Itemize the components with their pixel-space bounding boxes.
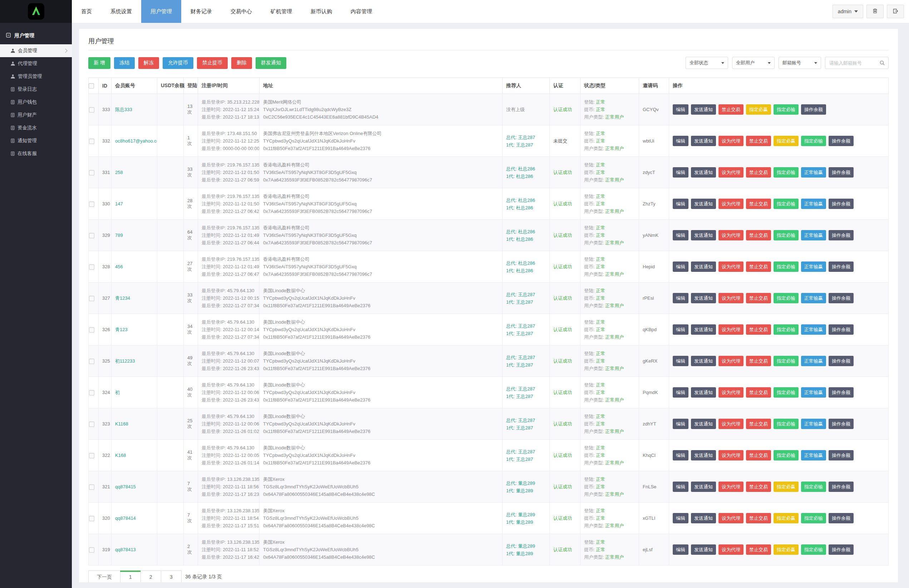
account-link[interactable]: 789 [115,233,123,238]
row-checkbox[interactable] [89,202,94,207]
edit-button[interactable]: 编辑 [673,481,689,492]
tab-new-coin-subscription[interactable]: 新币认购 [301,0,341,23]
normal-button[interactable]: 正常输赢 [801,356,826,366]
must-lose-button[interactable]: 指定必输 [773,104,799,115]
ban-trade-button[interactable]: 禁止交易 [746,136,771,146]
ban-trade-button[interactable]: 禁止交易 [746,419,771,429]
notify-button[interactable]: 发送通知 [691,104,716,115]
page-1-button[interactable]: 1 [120,570,141,582]
set-agent-button[interactable]: 设为代理 [718,450,744,460]
sidebar-item-login-logs[interactable]: 登录日志 [0,83,72,96]
account-link[interactable]: qq878414 [115,515,136,521]
row-checkbox[interactable] [89,107,94,113]
ban-trade-button[interactable]: 禁止交易 [746,513,771,523]
delete-button[interactable]: 删除 [231,57,252,69]
account-link[interactable]: qq878413 [115,547,136,552]
must-lose-button[interactable]: 指定必输 [801,513,826,523]
must-lose-button[interactable]: 指定必输 [773,262,799,272]
sidebar-section-header[interactable]: 用户管理 [0,23,72,44]
notify-button[interactable]: 发送通知 [691,262,716,272]
must-lose-button[interactable]: 指定必输 [773,325,799,335]
account-link[interactable]: oc8ho617@yahoo.com [115,138,157,144]
balance-button[interactable]: 操作余额 [828,262,854,272]
normal-button[interactable]: 正常输赢 [801,419,826,429]
balance-button[interactable]: 操作余额 [828,513,854,523]
normal-button[interactable]: 正常输赢 [801,167,826,178]
search-icon[interactable] [879,60,885,66]
must-lose-button[interactable]: 指定必输 [773,293,799,303]
account-link[interactable]: 456 [115,264,123,269]
normal-button[interactable]: 正常输赢 [801,293,826,303]
must-win-button[interactable]: 指定必赢 [773,136,799,146]
row-checkbox[interactable] [89,170,94,175]
select-all-checkbox[interactable] [89,83,94,89]
tab-miner-management[interactable]: 矿机管理 [261,0,301,23]
account-link[interactable]: 258 [115,170,123,175]
edit-button[interactable]: 编辑 [673,544,689,555]
balance-button[interactable]: 操作余额 [828,230,854,241]
must-lose-button[interactable]: 指定必输 [773,387,799,397]
sidebar-item-user-wallet[interactable]: 用户钱包 [0,96,72,108]
ban-trade-button[interactable]: 禁止交易 [746,167,771,178]
page-2-button[interactable]: 2 [141,570,161,582]
edit-button[interactable]: 编辑 [673,199,689,209]
must-lose-button[interactable]: 指定必输 [773,230,799,241]
account-link[interactable]: 初 [115,390,120,395]
row-checkbox[interactable] [89,264,94,270]
next-page-button[interactable]: 下一页 [88,570,120,582]
edit-button[interactable]: 编辑 [673,356,689,366]
row-checkbox[interactable] [89,485,94,490]
balance-button[interactable]: 操作余额 [828,167,854,178]
set-agent-button[interactable]: 设为代理 [718,199,744,209]
must-lose-button[interactable]: 指定必输 [801,481,826,492]
app-logo[interactable] [28,3,44,19]
balance-button[interactable]: 操作余额 [801,104,826,115]
search-field-filter[interactable]: 邮箱账号 [778,57,821,69]
set-agent-button[interactable]: 设为代理 [718,356,744,366]
set-agent-button[interactable]: 设为代理 [718,136,744,146]
row-checkbox[interactable] [89,390,94,396]
sidebar-item-member-management[interactable]: 会员管理 [0,44,72,57]
balance-button[interactable]: 操作余额 [828,481,854,492]
balance-button[interactable]: 操作余额 [828,136,854,146]
account-link[interactable]: 初112233 [115,358,135,363]
tab-content-management[interactable]: 内容管理 [341,0,382,23]
account-link[interactable]: 陈总333 [115,107,132,112]
row-checkbox[interactable] [89,327,94,333]
sidebar-item-user-assets[interactable]: 用户财产 [0,108,72,121]
row-checkbox[interactable] [89,233,94,238]
must-lose-button[interactable]: 指定必输 [773,450,799,460]
tab-user-management[interactable]: 用户管理 [141,0,181,23]
account-link[interactable]: K168 [115,452,126,458]
must-win-button[interactable]: 指定必赢 [773,544,799,555]
must-win-button[interactable]: 指定必赢 [746,104,771,115]
edit-button[interactable]: 编辑 [673,387,689,397]
ban-trade-button[interactable]: 禁止交易 [746,544,771,555]
sidebar-item-admin-management[interactable]: 管理员管理 [0,70,72,83]
sidebar-item-fund-flow[interactable]: 资金流水 [0,121,72,134]
allow-withdraw-button[interactable]: 允许提币 [163,57,193,69]
sidebar-item-online-support[interactable]: 在线客服 [0,147,72,160]
balance-button[interactable]: 操作余额 [828,325,854,335]
ban-trade-button[interactable]: 禁止交易 [746,481,771,492]
edit-button[interactable]: 编辑 [673,293,689,303]
ban-trade-button[interactable]: 禁止交易 [746,387,771,397]
must-win-button[interactable]: 指定必赢 [773,513,799,523]
row-checkbox[interactable] [89,422,94,427]
must-win-button[interactable]: 指定必赢 [773,481,799,492]
ban-trade-button[interactable]: 禁止交易 [746,450,771,460]
normal-button[interactable]: 正常输赢 [801,262,826,272]
search-input[interactable] [828,60,879,66]
edit-button[interactable]: 编辑 [673,513,689,523]
logout-button[interactable] [887,5,904,18]
edit-button[interactable]: 编辑 [673,450,689,460]
set-agent-button[interactable]: 设为代理 [718,293,744,303]
set-agent-button[interactable]: 设为代理 [718,387,744,397]
freeze-button[interactable]: 冻结 [114,57,135,69]
normal-button[interactable]: 正常输赢 [801,230,826,241]
balance-button[interactable]: 操作余额 [828,450,854,460]
ban-trade-button[interactable]: 禁止交易 [746,293,771,303]
row-checkbox[interactable] [89,453,94,458]
ban-trade-button[interactable]: 禁止交易 [746,262,771,272]
user-type-filter[interactable]: 全部用户 [732,57,775,69]
